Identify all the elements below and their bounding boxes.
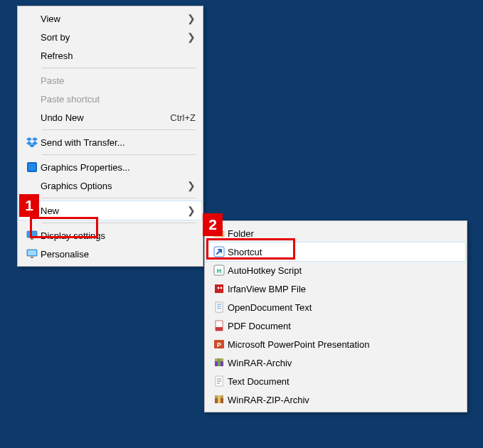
- menu-item-paste-shortcut: Paste shortcut: [19, 90, 201, 108]
- svg-rect-7: [27, 231, 37, 238]
- dropbox-icon: [23, 135, 41, 149]
- svg-text:H: H: [217, 267, 222, 274]
- svg-point-16: [218, 287, 220, 289]
- menu-item-view[interactable]: View ❯: [19, 9, 201, 28]
- menu-item-new[interactable]: New ❯: [19, 201, 201, 220]
- svg-rect-8: [31, 238, 33, 240]
- submenu-item-shortcut[interactable]: Shortcut: [206, 242, 465, 261]
- submenu-item-autohotkey[interactable]: H AutoHotkey Script: [206, 261, 465, 279]
- winrar-zip-icon: [211, 393, 228, 407]
- submenu-item-text-document[interactable]: Text Document: [206, 372, 465, 390]
- powerpoint-icon: P: [211, 337, 228, 351]
- menu-label: Display settings: [41, 230, 196, 241]
- svg-rect-11: [31, 257, 33, 258]
- menu-label: Paste: [41, 75, 196, 86]
- annotation-2: 2: [203, 213, 223, 236]
- blank-icon: [23, 73, 41, 87]
- menu-label: WinRAR-Archiv: [228, 358, 460, 368]
- shortcut-icon: [211, 245, 228, 259]
- menu-label: Personalise: [41, 249, 196, 260]
- new-submenu: Folder Shortcut H AutoHotkey Script Irfa…: [204, 220, 467, 412]
- chevron-right-icon: ❯: [186, 13, 196, 24]
- menu-label: Text Document: [228, 376, 460, 387]
- menu-label: Shortcut: [228, 247, 460, 257]
- svg-rect-15: [215, 284, 223, 293]
- menu-item-personalise[interactable]: Personalise: [19, 245, 201, 263]
- menu-item-refresh[interactable]: Refresh: [19, 46, 201, 65]
- submenu-item-pdf-document[interactable]: PDF Document: [206, 316, 465, 335]
- blank-icon: [23, 30, 41, 44]
- menu-label: PDF Document: [228, 321, 460, 331]
- accelerator: Ctrl+Z: [170, 112, 196, 123]
- menu-label: IrfanView BMP File: [228, 284, 460, 294]
- submenu-item-powerpoint[interactable]: P Microsoft PowerPoint Presentation: [206, 335, 465, 353]
- svg-rect-6: [28, 164, 36, 171]
- menu-label: OpenDocument Text: [228, 302, 460, 313]
- menu-item-paste: Paste: [19, 71, 201, 90]
- blank-icon: [23, 92, 41, 106]
- menu-label: Graphics Options: [41, 181, 186, 191]
- menu-label: Paste shortcut: [41, 94, 196, 105]
- chevron-right-icon: ❯: [186, 180, 196, 191]
- odt-icon: [211, 300, 228, 314]
- menu-label: New: [41, 206, 186, 216]
- svg-marker-1: [32, 137, 38, 142]
- menu-label: Undo New: [41, 112, 156, 123]
- menu-item-graphics-options[interactable]: Graphics Options ❯: [19, 176, 201, 195]
- chevron-right-icon: ❯: [186, 31, 196, 43]
- separator: [42, 223, 196, 223]
- monitor-icon: [23, 228, 41, 242]
- menu-label: Graphics Properties...: [41, 162, 196, 173]
- pdf-icon: [211, 319, 228, 333]
- menu-item-graphics-properties[interactable]: Graphics Properties...: [19, 158, 201, 176]
- svg-text:P: P: [217, 341, 221, 348]
- winrar-icon: [211, 356, 228, 370]
- menu-item-display-settings[interactable]: Display settings: [19, 226, 201, 245]
- menu-label: Microsoft PowerPoint Presentation: [228, 339, 460, 350]
- menu-label: Send with Transfer...: [41, 137, 196, 148]
- svg-rect-10: [28, 250, 36, 255]
- menu-item-undo-new[interactable]: Undo New Ctrl+Z: [19, 108, 201, 127]
- annotation-1: 1: [19, 194, 39, 217]
- submenu-item-winrar-zip-archiv[interactable]: WinRAR-ZIP-Archiv: [206, 390, 465, 409]
- irfanview-icon: [211, 282, 228, 296]
- submenu-item-winrar-archiv[interactable]: WinRAR-Archiv: [206, 353, 465, 372]
- svg-rect-35: [218, 395, 221, 403]
- svg-marker-0: [26, 137, 32, 142]
- svg-rect-23: [216, 327, 223, 331]
- separator: [42, 129, 196, 130]
- svg-point-17: [221, 287, 223, 289]
- menu-label: WinRAR-ZIP-Archiv: [228, 395, 460, 405]
- blank-icon: [23, 48, 41, 63]
- intel-graphics-icon: [23, 160, 41, 174]
- chevron-right-icon: ❯: [186, 205, 196, 216]
- menu-label: View: [41, 14, 186, 24]
- personalise-icon: [23, 247, 41, 261]
- separator: [42, 154, 196, 155]
- menu-label: Folder: [228, 228, 460, 239]
- separator: [42, 198, 196, 198]
- desktop-context-menu: View ❯ Sort by ❯ Refresh Paste Paste sho…: [17, 6, 203, 267]
- svg-rect-28: [218, 358, 221, 366]
- submenu-item-irfanview-bmp[interactable]: IrfanView BMP File: [206, 279, 465, 298]
- submenu-item-folder[interactable]: Folder: [206, 224, 465, 242]
- menu-label: AutoHotkey Script: [228, 265, 460, 276]
- menu-label: Sort by: [41, 32, 186, 43]
- blank-icon: [23, 110, 41, 124]
- submenu-item-opendocument-text[interactable]: OpenDocument Text: [206, 298, 465, 316]
- text-file-icon: [211, 374, 228, 388]
- menu-label: Refresh: [41, 50, 196, 61]
- svg-rect-18: [216, 302, 223, 312]
- menu-item-send-with-transfer[interactable]: Send with Transfer...: [19, 133, 201, 151]
- separator: [42, 68, 196, 68]
- blank-icon: [23, 11, 41, 26]
- blank-icon: [23, 178, 41, 193]
- autohotkey-icon: H: [211, 263, 228, 277]
- menu-item-sort-by[interactable]: Sort by ❯: [19, 28, 201, 46]
